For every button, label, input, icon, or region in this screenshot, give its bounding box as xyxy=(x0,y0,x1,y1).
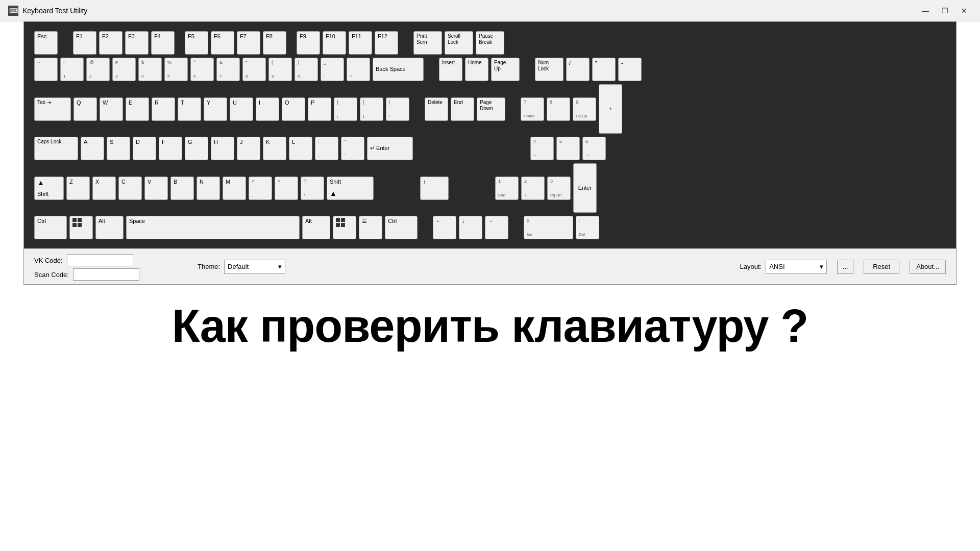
key-semicolon[interactable]: :; xyxy=(315,137,338,160)
key-insert[interactable]: Insert xyxy=(439,58,462,81)
key-e[interactable]: E xyxy=(126,97,149,121)
key-f1[interactable]: F1 xyxy=(73,31,96,55)
key-rbracket[interactable]: }] xyxy=(360,97,383,121)
key-5[interactable]: %5 xyxy=(164,58,188,81)
key-numpad-del[interactable]: .Del xyxy=(576,216,599,239)
key-8[interactable]: *8 xyxy=(242,58,266,81)
key-f4[interactable]: F4 xyxy=(151,31,175,55)
key-t[interactable]: T xyxy=(178,97,201,121)
key-scroll-lock[interactable]: ScrollLock xyxy=(445,31,473,55)
key-f7[interactable]: F7 xyxy=(237,31,260,55)
key-s[interactable]: S xyxy=(107,137,130,160)
key-lbracket[interactable]: {[ xyxy=(334,97,357,121)
key-ctrl-left[interactable]: Ctrl xyxy=(34,216,67,239)
key-6[interactable]: ^6 xyxy=(190,58,214,81)
scan-code-input[interactable] xyxy=(73,268,139,281)
key-i[interactable]: I xyxy=(256,97,279,121)
key-f[interactable]: F xyxy=(159,137,182,160)
key-9[interactable]: (9 xyxy=(268,58,292,81)
key-numpad-5[interactable]: 5 xyxy=(556,137,580,160)
key-numpad-2[interactable]: 2↓ xyxy=(521,177,545,200)
key-h[interactable]: H xyxy=(211,137,234,160)
key-f10[interactable]: F10 xyxy=(323,31,346,55)
key-p[interactable]: P xyxy=(308,97,331,121)
key-2[interactable]: @2 xyxy=(86,58,110,81)
key-f6[interactable]: F6 xyxy=(211,31,234,55)
key-space[interactable]: Space xyxy=(126,216,300,239)
key-enter[interactable]: ↵ Enter xyxy=(367,137,413,160)
dots-button[interactable]: ... xyxy=(837,260,853,274)
key-win-left[interactable] xyxy=(69,216,93,239)
key-j[interactable]: J xyxy=(237,137,260,160)
key-g[interactable]: G xyxy=(185,137,208,160)
key-page-up[interactable]: PageUp xyxy=(491,58,520,81)
key-numpad-1[interactable]: 1End xyxy=(495,177,519,200)
key-backslash[interactable]: |\ xyxy=(386,97,409,121)
key-v[interactable]: V xyxy=(144,177,168,200)
key-f3[interactable]: F3 xyxy=(125,31,149,55)
key-1[interactable]: !1 xyxy=(60,58,84,81)
key-arrow-up[interactable]: ↑ xyxy=(420,177,449,200)
key-arrow-down[interactable]: ↓ xyxy=(459,216,482,239)
key-numpad-divide[interactable]: / xyxy=(566,58,590,81)
key-pause-break[interactable]: PauseBreak xyxy=(476,31,504,55)
key-f12[interactable]: F12 xyxy=(375,31,398,55)
key-ctrl-right[interactable]: Ctrl xyxy=(385,216,418,239)
key-z[interactable]: Z xyxy=(66,177,90,200)
key-numpad-enter[interactable]: Enter xyxy=(573,163,597,213)
key-quote[interactable]: "' xyxy=(341,137,364,160)
key-backtick[interactable]: ~` xyxy=(34,58,58,81)
reset-button[interactable]: Reset xyxy=(864,260,899,274)
key-f2[interactable]: F2 xyxy=(99,31,122,55)
key-home[interactable]: Home xyxy=(465,58,488,81)
key-end[interactable]: End xyxy=(451,97,474,121)
key-minus[interactable]: _- xyxy=(321,58,344,81)
key-alt-left[interactable]: Alt xyxy=(95,216,124,239)
key-arrow-right[interactable]: → xyxy=(485,216,508,239)
key-0[interactable]: )0 xyxy=(295,58,318,81)
key-r[interactable]: R xyxy=(152,97,175,121)
key-shift-right[interactable]: Shift ▲ xyxy=(327,177,374,200)
key-equals[interactable]: += xyxy=(347,58,370,81)
key-f5[interactable]: F5 xyxy=(185,31,208,55)
key-numpad-9[interactable]: 9Pg Up xyxy=(573,97,596,121)
close-button[interactable]: ✕ xyxy=(957,5,972,17)
key-shift-left[interactable]: ▲ Shift xyxy=(34,177,64,200)
key-o[interactable]: O xyxy=(282,97,305,121)
key-print-screen[interactable]: PrintScrn xyxy=(413,31,442,55)
key-comma[interactable]: <, xyxy=(249,177,272,200)
key-slash[interactable]: ?/ xyxy=(301,177,324,200)
key-numpad-6[interactable]: 6→ xyxy=(582,137,606,160)
key-n[interactable]: N xyxy=(197,177,220,200)
key-numpad-multiply[interactable]: * xyxy=(592,58,616,81)
key-backspace[interactable]: Back Space xyxy=(373,58,424,81)
key-numpad-4[interactable]: 4← xyxy=(530,137,554,160)
key-arrow-left[interactable]: ← xyxy=(433,216,456,239)
key-u[interactable]: U xyxy=(230,97,253,121)
key-alt-right[interactable]: Alt xyxy=(302,216,330,239)
key-esc[interactable]: Esc xyxy=(34,31,58,55)
key-caps-lock[interactable]: Caps Lock xyxy=(34,137,78,160)
key-numpad-7[interactable]: 7Home xyxy=(521,97,544,121)
key-f9[interactable]: F9 xyxy=(297,31,320,55)
key-page-down[interactable]: PageDown xyxy=(477,97,505,121)
key-7[interactable]: &7 xyxy=(216,58,240,81)
key-3[interactable]: #3 xyxy=(112,58,136,81)
vk-code-input[interactable] xyxy=(67,254,133,266)
key-4[interactable]: $4 xyxy=(138,58,162,81)
key-delete[interactable]: Delete xyxy=(425,97,448,121)
key-b[interactable]: B xyxy=(170,177,194,200)
layout-select[interactable]: ANSI ▾ xyxy=(766,260,827,274)
key-f8[interactable]: F8 xyxy=(263,31,286,55)
minimize-button[interactable]: — xyxy=(918,5,933,17)
key-a[interactable]: A xyxy=(81,137,104,160)
key-f11[interactable]: F11 xyxy=(349,31,372,55)
key-win-right[interactable] xyxy=(333,216,356,239)
about-button[interactable]: About... xyxy=(910,260,946,274)
key-numpad-minus[interactable]: - xyxy=(618,58,642,81)
key-menu[interactable]: ☰ xyxy=(359,216,382,239)
key-l[interactable]: L xyxy=(289,137,312,160)
key-c[interactable]: C xyxy=(118,177,142,200)
restore-button[interactable]: ❐ xyxy=(937,5,952,17)
key-d[interactable]: D xyxy=(133,137,156,160)
